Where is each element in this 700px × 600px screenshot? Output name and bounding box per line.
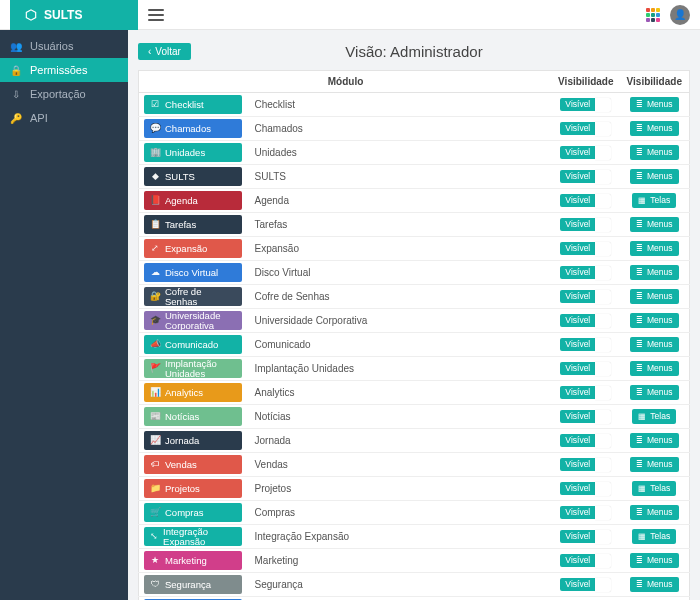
module-pill[interactable]: 🛡Segurança xyxy=(144,575,242,594)
sidebar-item-permissões[interactable]: 🔒Permissões xyxy=(0,58,128,82)
menus-label: Menus xyxy=(647,148,673,157)
visibility-toggle[interactable]: Visível xyxy=(560,434,611,448)
module-pill[interactable]: ★Marketing xyxy=(144,551,242,570)
visibility-toggle[interactable]: Visível xyxy=(560,506,611,520)
telas-button[interactable]: ▦Telas xyxy=(632,481,676,496)
module-name: SULTS xyxy=(247,165,553,189)
telas-button[interactable]: ▦Telas xyxy=(632,409,676,424)
sidebar-item-usuários[interactable]: 👥Usuários xyxy=(0,34,128,58)
module-name: Segurança xyxy=(247,573,553,597)
visibility-label: Visível xyxy=(560,194,595,207)
menus-button[interactable]: ≣Menus xyxy=(630,361,679,376)
visibility-toggle[interactable]: Visível xyxy=(560,218,611,232)
menus-button[interactable]: ≣Menus xyxy=(630,433,679,448)
visibility-toggle[interactable]: Visível xyxy=(560,314,611,328)
brand-logo[interactable]: SULTS xyxy=(10,0,138,30)
module-pill[interactable]: 📁Projetos xyxy=(144,479,242,498)
menus-button[interactable]: ≣Menus xyxy=(630,145,679,160)
menus-button[interactable]: ≣Menus xyxy=(630,505,679,520)
module-pill[interactable]: 🔐Cofre de Senhas xyxy=(144,287,242,306)
visibility-label: Visível xyxy=(560,362,595,375)
module-label: Compras xyxy=(165,508,204,518)
visibility-label: Visível xyxy=(560,98,595,111)
module-pill[interactable]: 📊Analytics xyxy=(144,383,242,402)
hamburger-icon[interactable] xyxy=(148,9,164,21)
permissions-table: Módulo Visibilidade Visibilidade ☑Checkl… xyxy=(138,70,690,600)
module-pill[interactable]: 📕Agenda xyxy=(144,191,242,210)
visibility-toggle[interactable]: Visível xyxy=(560,122,611,136)
module-pill[interactable]: 📣Comunicado xyxy=(144,335,242,354)
module-pill[interactable]: ☑Checklist xyxy=(144,95,242,114)
visibility-label: Visível xyxy=(560,410,595,423)
visibility-label: Visível xyxy=(560,266,595,279)
main-content: ‹ Voltar Visão: Administrador Módulo Vis… xyxy=(128,30,700,600)
module-pill[interactable]: ⤡Integração Expansão xyxy=(144,527,242,546)
module-pill[interactable]: 📋Tarefas xyxy=(144,215,242,234)
table-row: 📈JornadaJornadaVisível≣Menus xyxy=(139,429,690,453)
sidebar-icon: 👥 xyxy=(10,41,22,52)
visibility-toggle[interactable]: Visível xyxy=(560,386,611,400)
visibility-label: Visível xyxy=(560,146,595,159)
visibility-toggle[interactable]: Visível xyxy=(560,146,611,160)
menus-button[interactable]: ≣Menus xyxy=(630,457,679,472)
menus-button[interactable]: ≣Menus xyxy=(630,313,679,328)
telas-button[interactable]: ▦Telas xyxy=(632,193,676,208)
menus-button[interactable]: ≣Menus xyxy=(630,241,679,256)
module-name: Unidades xyxy=(247,141,553,165)
module-pill[interactable]: 💬Chamados xyxy=(144,119,242,138)
menus-button[interactable]: ≣Menus xyxy=(630,553,679,568)
menus-button[interactable]: ≣Menus xyxy=(630,337,679,352)
menus-button[interactable]: ≣Menus xyxy=(630,385,679,400)
menus-button[interactable]: ≣Menus xyxy=(630,121,679,136)
module-pill[interactable]: 🚩Implantação Unidades xyxy=(144,359,242,378)
visibility-switch xyxy=(595,170,611,184)
module-pill[interactable]: 📰Notícias xyxy=(144,407,242,426)
visibility-toggle[interactable]: Visível xyxy=(560,338,611,352)
menus-button[interactable]: ≣Menus xyxy=(630,97,679,112)
visibility-toggle[interactable]: Visível xyxy=(560,578,611,592)
visibility-toggle[interactable]: Visível xyxy=(560,362,611,376)
menus-button[interactable]: ≣Menus xyxy=(630,169,679,184)
visibility-toggle[interactable]: Visível xyxy=(560,290,611,304)
visibility-switch xyxy=(595,410,611,424)
menus-button[interactable]: ≣Menus xyxy=(630,289,679,304)
visibility-toggle[interactable]: Visível xyxy=(560,482,611,496)
visibility-toggle[interactable]: Visível xyxy=(560,170,611,184)
sidebar-label: API xyxy=(30,112,48,124)
module-pill[interactable]: 🛒Compras xyxy=(144,503,242,522)
table-row: 💬ChamadosChamadosVisível≣Menus xyxy=(139,117,690,141)
module-icon: ⤢ xyxy=(150,244,160,253)
sidebar-item-exportação[interactable]: ⇩Exportação xyxy=(0,82,128,106)
module-pill[interactable]: ☁Disco Virtual xyxy=(144,263,242,282)
menus-button[interactable]: ≣Menus xyxy=(630,217,679,232)
visibility-toggle[interactable]: Visível xyxy=(560,242,611,256)
module-pill[interactable]: 🎓Universidade Corporativa xyxy=(144,311,242,330)
visibility-toggle[interactable]: Visível xyxy=(560,554,611,568)
telas-button[interactable]: ▦Telas xyxy=(632,529,676,544)
menus-button[interactable]: ≣Menus xyxy=(630,577,679,592)
menus-button[interactable]: ≣Menus xyxy=(630,265,679,280)
module-pill[interactable]: 🏢Unidades xyxy=(144,143,242,162)
module-name: Compras xyxy=(247,501,553,525)
list-icon: ≣ xyxy=(636,245,643,253)
sidebar-label: Usuários xyxy=(30,40,73,52)
module-pill[interactable]: 📈Jornada xyxy=(144,431,242,450)
list-icon: ≣ xyxy=(636,221,643,229)
sidebar-item-api[interactable]: 🔑API xyxy=(0,106,128,130)
module-pill[interactable]: ⤢Expansão xyxy=(144,239,242,258)
module-pill[interactable]: 🏷Vendas xyxy=(144,455,242,474)
visibility-toggle[interactable]: Visível xyxy=(560,98,611,112)
grid-icon: ▦ xyxy=(638,533,646,541)
module-name: Integração Expansão xyxy=(247,525,553,549)
apps-grid-icon[interactable] xyxy=(646,8,660,22)
visibility-toggle[interactable]: Visível xyxy=(560,458,611,472)
visibility-toggle[interactable]: Visível xyxy=(560,410,611,424)
avatar[interactable]: 👤 xyxy=(670,5,690,25)
visibility-toggle[interactable]: Visível xyxy=(560,530,611,544)
menus-label: Telas xyxy=(650,412,670,421)
visibility-toggle[interactable]: Visível xyxy=(560,194,611,208)
list-icon: ≣ xyxy=(636,509,643,517)
table-row: 📁ProjetosProjetosVisível▦Telas xyxy=(139,477,690,501)
visibility-toggle[interactable]: Visível xyxy=(560,266,611,280)
module-pill[interactable]: ◆SULTS xyxy=(144,167,242,186)
